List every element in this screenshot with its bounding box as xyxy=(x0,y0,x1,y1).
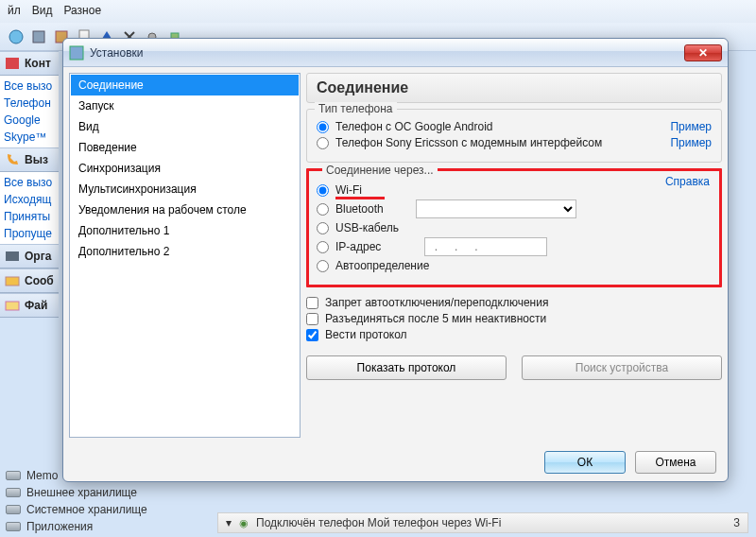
radio-wifi[interactable] xyxy=(317,184,329,197)
radio-ip-label: IP-адрес xyxy=(335,240,381,253)
check-log[interactable] xyxy=(306,329,318,341)
side-messages-header[interactable]: Сооб xyxy=(0,268,59,293)
check-label: Разъединяться после 5 мин неактивности xyxy=(325,312,546,325)
help-link[interactable]: Справка xyxy=(665,175,710,188)
settings-icon xyxy=(69,45,84,61)
bluetooth-combo[interactable] xyxy=(416,199,576,218)
contacts-icon xyxy=(4,55,21,72)
dialog-content: Соединение Запуск Вид Поведение Синхрони… xyxy=(63,67,728,443)
folder-icon xyxy=(4,297,21,314)
group-label: Соединение через... xyxy=(322,164,438,177)
nav-sync[interactable]: Синхронизация xyxy=(71,158,299,179)
radio-sony[interactable] xyxy=(317,137,329,149)
find-device-button[interactable]: Поиск устройства xyxy=(522,355,722,380)
side-link-out[interactable]: Исходящ xyxy=(4,193,55,206)
side-contacts-header[interactable]: Конт xyxy=(0,51,59,76)
cancel-button[interactable]: Отмена xyxy=(635,451,716,474)
svg-point-0 xyxy=(9,30,23,43)
svg-rect-10 xyxy=(70,46,83,60)
side-organizer-header[interactable]: Орга xyxy=(0,244,59,268)
nav-connection[interactable]: Соединение xyxy=(71,75,299,95)
group-phone-type: Тип телефона Телефон с ОС Google Android… xyxy=(306,109,722,163)
side-link-all-calls[interactable]: Все вызо xyxy=(4,79,55,93)
storage-label: Приложения xyxy=(26,520,93,533)
status-count: 3 xyxy=(733,516,740,529)
storage-system[interactable]: Системное хранилище xyxy=(6,503,202,516)
side-calls-links: Все вызо Исходящ Приняты Пропуще xyxy=(0,172,59,244)
mail-icon xyxy=(4,272,21,289)
side-calls-label: Выз xyxy=(25,153,48,166)
side-organizer-label: Орга xyxy=(25,250,51,263)
ok-button[interactable]: ОК xyxy=(544,451,626,474)
side-contacts-label: Конт xyxy=(25,57,51,70)
status-bar: ▾ ◉ Подключён телефон Мой телефон через … xyxy=(217,512,748,533)
nav-extra1[interactable]: Дополнительно 1 xyxy=(71,220,299,241)
menu-file[interactable]: йл xyxy=(8,4,21,19)
side-contact-links: Все вызо Телефон Google Skype™ xyxy=(0,76,59,147)
chevron-down-icon[interactable]: ▾ xyxy=(226,516,232,529)
storage-external[interactable]: Внешнее хранилище xyxy=(6,486,202,499)
settings-nav: Соединение Запуск Вид Поведение Синхрони… xyxy=(69,73,301,438)
radio-wifi-label: Wi-Fi xyxy=(335,183,362,197)
nav-notifications[interactable]: Уведомления на рабочем столе xyxy=(71,199,299,220)
settings-main: Соединение Тип телефона Телефон с ОС Goo… xyxy=(306,73,722,438)
globe-icon[interactable] xyxy=(8,28,25,45)
drive-icon xyxy=(6,522,21,531)
close-button[interactable]: ✕ xyxy=(684,44,722,61)
grid-icon[interactable] xyxy=(30,28,47,45)
settings-dialog: Установки ✕ Соединение Запуск Вид Поведе… xyxy=(62,38,729,482)
dialog-footer: ОК Отмена xyxy=(63,443,728,481)
drive-icon xyxy=(6,488,21,497)
nav-startup[interactable]: Запуск xyxy=(71,95,299,116)
radio-auto[interactable] xyxy=(317,260,329,272)
radio-sony-label: Телефон Sony Ericsson с модемным интерфе… xyxy=(335,136,602,149)
svg-rect-8 xyxy=(6,277,19,286)
svg-rect-7 xyxy=(6,251,19,261)
radio-android-label: Телефон с ОС Google Android xyxy=(335,120,493,133)
svg-rect-6 xyxy=(6,58,19,69)
storage-label: Внешнее хранилище xyxy=(26,486,137,499)
show-log-button[interactable]: Показать протокол xyxy=(306,355,507,380)
side-link-all[interactable]: Все вызо xyxy=(4,176,55,189)
status-text: Подключён телефон Мой телефон через Wi-F… xyxy=(256,516,501,529)
svg-rect-9 xyxy=(6,302,19,310)
highlight-box: Соединение через... Справка Wi-Fi Blueto… xyxy=(306,168,722,287)
nav-behavior[interactable]: Поведение xyxy=(71,137,299,158)
nav-extra2[interactable]: Дополнительно 2 xyxy=(71,241,299,262)
side-link-phone[interactable]: Телефон xyxy=(4,96,55,110)
ip-input[interactable] xyxy=(424,237,547,256)
menu-misc[interactable]: Разное xyxy=(63,4,101,19)
side-calls-header[interactable]: Выз xyxy=(0,147,59,172)
side-link-google[interactable]: Google xyxy=(4,113,55,127)
titlebar[interactable]: Установки ✕ xyxy=(63,39,728,67)
radio-bluetooth[interactable] xyxy=(317,203,329,216)
menu-view[interactable]: Вид xyxy=(32,4,53,19)
storage-apps[interactable]: Приложения xyxy=(6,520,202,533)
side-link-in[interactable]: Приняты xyxy=(4,210,55,223)
example-link[interactable]: Пример xyxy=(670,120,712,133)
side-messages-label: Сооб xyxy=(25,274,54,287)
example-link[interactable]: Пример xyxy=(670,136,712,149)
check-disconnect-5min[interactable] xyxy=(306,313,318,325)
radio-android[interactable] xyxy=(317,121,329,133)
dialog-title: Установки xyxy=(90,46,684,60)
check-no-auto-disconnect[interactable] xyxy=(306,297,318,309)
group-label: Тип телефона xyxy=(315,102,397,115)
checkbox-group: Запрет автоотключения/переподключения Ра… xyxy=(306,293,722,344)
close-icon: ✕ xyxy=(698,46,708,60)
side-link-skype[interactable]: Skype™ xyxy=(4,130,55,144)
nav-multisync[interactable]: Мультисинхронизация xyxy=(71,179,299,199)
radio-bluetooth-label: Bluetooth xyxy=(335,202,384,216)
radio-usb[interactable] xyxy=(317,222,329,234)
side-link-missed[interactable]: Пропуще xyxy=(4,227,55,240)
storage-label: Системное хранилище xyxy=(26,503,147,516)
storage-label: Memo xyxy=(26,469,58,482)
wifi-icon: ◉ xyxy=(239,517,249,529)
radio-auto-label: Автоопределение xyxy=(335,259,429,272)
check-label: Вести протокол xyxy=(325,328,407,341)
page-title: Соединение xyxy=(306,73,722,103)
radio-ip[interactable] xyxy=(317,241,329,253)
side-files-header[interactable]: Фай xyxy=(0,293,59,318)
nav-view[interactable]: Вид xyxy=(71,116,299,137)
check-label: Запрет автоотключения/переподключения xyxy=(325,296,548,309)
